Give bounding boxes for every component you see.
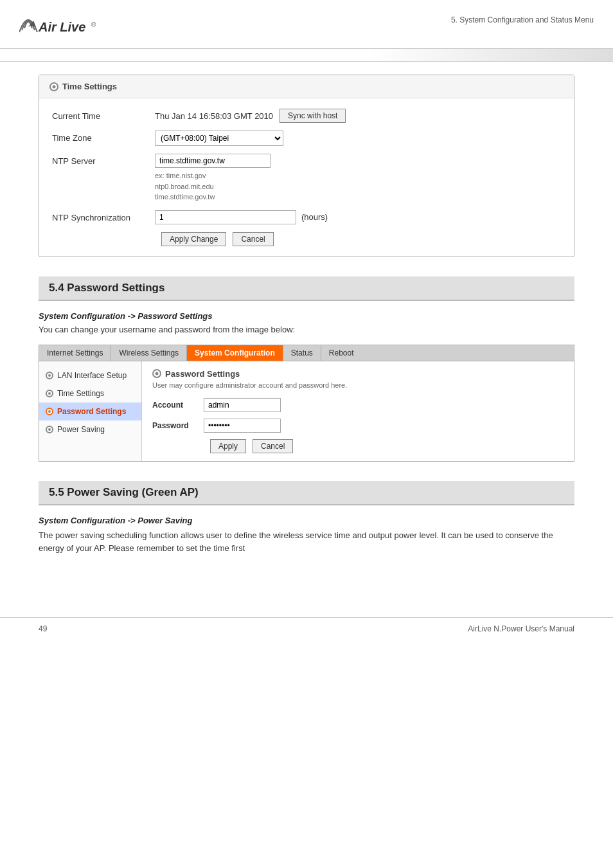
ntp-sync-inner: (hours) (155, 210, 561, 224)
sidebar-item-time[interactable]: Time Settings (39, 384, 141, 402)
section-54-body: You can change your username and passwor… (39, 325, 574, 334)
time-settings-title: Time Settings (39, 75, 574, 98)
apply-change-button[interactable]: Apply Change (161, 232, 226, 246)
nav-wireless-settings[interactable]: Wireless Settings (111, 345, 187, 361)
page-header: Air Live ® 5. System Configuration and S… (0, 0, 613, 62)
section-55-heading: 5.5 Power Saving (Green AP) (39, 481, 574, 505)
airlive-logo: Air Live ® (19, 9, 103, 44)
timezone-label: Time Zone (52, 131, 155, 143)
panel-title: Password Settings (152, 369, 564, 379)
sidebar-item-password[interactable]: Password Settings (39, 402, 141, 420)
account-label: Account (152, 401, 204, 410)
header-decoration (0, 48, 613, 61)
timezone-row: Time Zone (GMT+08:00) Taipei (52, 131, 561, 146)
panel-subtitle: User may configure administrator account… (152, 381, 564, 389)
nav-status[interactable]: Status (283, 345, 321, 361)
sync-with-host-button[interactable]: Sync with host (280, 109, 346, 123)
ntp-sync-unit: (hours) (301, 212, 328, 222)
timezone-field: (GMT+08:00) Taipei (155, 131, 561, 146)
ntp-hint: ex: time.nist.gov ntp0.broad.mit.edu tim… (155, 170, 561, 203)
panel-buttons: Apply Cancel (152, 439, 564, 453)
panel-title-icon (152, 369, 161, 378)
sidebar-item-lan[interactable]: LAN Interface Setup (39, 366, 141, 384)
sidebar-label-password: Password Settings (57, 407, 126, 416)
ntp-server-row: NTP Server ex: time.nist.gov ntp0.broad.… (52, 154, 561, 203)
panel-apply-button[interactable]: Apply (210, 439, 246, 453)
sidebar-icon-time (46, 390, 53, 397)
interface-container: LAN Interface Setup Time Settings Passwo… (39, 361, 574, 462)
account-input[interactable] (204, 398, 281, 412)
sidebar-label-time: Time Settings (57, 389, 104, 398)
nav-system-configuration[interactable]: System Configuration (187, 345, 283, 361)
time-settings-box: Time Settings Current Time Thu Jan 14 16… (39, 75, 574, 257)
page-footer: 49 AirLive N.Power User's Manual (0, 617, 613, 640)
current-time-field: Thu Jan 14 16:58:03 GMT 2010 Sync with h… (155, 109, 561, 123)
sidebar-item-power[interactable]: Power Saving (39, 420, 141, 439)
svg-text:Air Live: Air Live (38, 20, 85, 34)
sidebar-icon-lan (46, 372, 53, 379)
password-label: Password (152, 421, 204, 430)
sidebar-label-lan: LAN Interface Setup (57, 371, 127, 380)
ntp-sync-input[interactable] (155, 210, 296, 224)
nav-reboot[interactable]: Reboot (321, 345, 362, 361)
main-content: Time Settings Current Time Thu Jan 14 16… (0, 62, 613, 579)
password-input[interactable] (204, 419, 281, 433)
ntp-sync-row: NTP Synchronization (hours) (52, 210, 561, 224)
password-row: Password (152, 419, 564, 433)
sidebar-label-power: Power Saving (57, 425, 105, 434)
section-55-subheading: System Configuration -> Power Saving (39, 516, 574, 525)
page-reference: 5. System Configuration and Status Menu (451, 9, 594, 24)
title-icon (49, 82, 58, 91)
timezone-select[interactable]: (GMT+08:00) Taipei (155, 131, 283, 146)
ntp-sync-field: (hours) (155, 210, 561, 224)
current-time-label: Current Time (52, 109, 155, 121)
ntp-server-input[interactable] (155, 154, 271, 168)
panel-cancel-button[interactable]: Cancel (253, 439, 293, 453)
section-54-subheading: System Configuration -> Password Setting… (39, 311, 574, 321)
sidebar: LAN Interface Setup Time Settings Passwo… (39, 361, 142, 461)
footer-manual-text: AirLive N.Power User's Manual (468, 624, 574, 633)
time-settings-body: Current Time Thu Jan 14 16:58:03 GMT 201… (39, 98, 574, 257)
section-54-heading: 5.4 Password Settings (39, 276, 574, 301)
panel-title-label: Password Settings (165, 369, 240, 379)
nav-internet-settings[interactable]: Internet Settings (39, 345, 111, 361)
time-display: Thu Jan 14 16:58:03 GMT 2010 Sync with h… (155, 109, 561, 123)
time-settings-buttons: Apply Change Cancel (52, 232, 561, 246)
svg-text:®: ® (91, 21, 96, 28)
ntp-server-field: ex: time.nist.gov ntp0.broad.mit.edu tim… (155, 154, 561, 203)
sidebar-icon-password (46, 408, 53, 415)
account-row: Account (152, 398, 564, 412)
ntp-sync-label: NTP Synchronization (52, 210, 155, 222)
ntp-server-label: NTP Server (52, 154, 155, 166)
logo-area: Air Live ® (19, 9, 103, 44)
cancel-button[interactable]: Cancel (233, 232, 273, 246)
footer-page-number: 49 (39, 624, 47, 633)
nav-bar: Internet Settings Wireless Settings Syst… (39, 345, 574, 361)
current-time-row: Current Time Thu Jan 14 16:58:03 GMT 201… (52, 109, 561, 123)
main-panel: Password Settings User may configure adm… (142, 361, 574, 461)
interface-wrapper: Internet Settings Wireless Settings Syst… (39, 345, 574, 462)
current-time-value: Thu Jan 14 16:58:03 GMT 2010 (155, 111, 273, 121)
section-55-body: The power saving scheduling function all… (39, 529, 574, 556)
sidebar-icon-power (46, 426, 53, 433)
time-settings-label: Time Settings (62, 82, 117, 91)
